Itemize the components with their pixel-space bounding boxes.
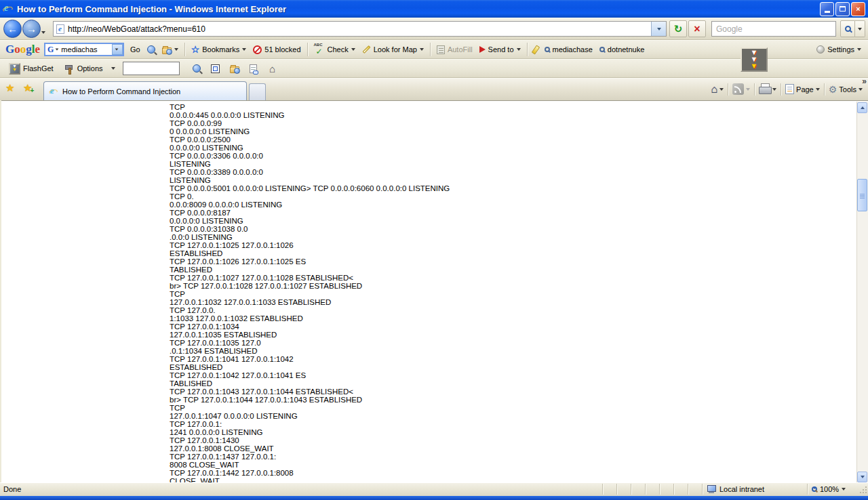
search-icon bbox=[845, 26, 851, 32]
google-logo: Google bbox=[5, 43, 40, 56]
content-line: TCP 127.0.0.1:1035 127.0 bbox=[170, 339, 450, 347]
content-line: TCP 0.0.0.0:99 bbox=[170, 119, 450, 127]
content-line: TCP 0.0.0.0:3389 0.0.0.0:0 bbox=[170, 168, 450, 176]
tools-hammer-icon bbox=[64, 64, 75, 74]
content-line: 0 0.0.0.0:0 LISTENING bbox=[170, 127, 450, 136]
chevron-down-icon bbox=[858, 28, 862, 30]
scrollbar-thumb[interactable] bbox=[857, 179, 867, 211]
spellcheck-button[interactable]: ABC✓ Check bbox=[311, 42, 359, 57]
search-box[interactable] bbox=[711, 21, 836, 37]
search-site-button[interactable] bbox=[144, 43, 159, 56]
content-line: TCP 127.0.0.1:1026 127.0.0.1:1025 ES bbox=[170, 257, 450, 266]
go-button[interactable]: Go bbox=[127, 43, 144, 56]
close-button[interactable]: × bbox=[851, 2, 865, 16]
bookmarks-button[interactable]: ☆ Bookmarks bbox=[188, 42, 250, 57]
more-toolbar-chevron[interactable]: » bbox=[862, 77, 867, 86]
web-folder-icon bbox=[230, 66, 239, 73]
favorites-center-button[interactable]: ★ bbox=[5, 82, 14, 94]
home-icon: ⌂ bbox=[711, 83, 717, 96]
minimize-button[interactable] bbox=[820, 2, 834, 16]
settings-button[interactable]: Settings bbox=[816, 45, 863, 54]
settings-orb-icon bbox=[816, 45, 825, 54]
refresh-button[interactable]: ↻ bbox=[669, 20, 687, 37]
capture-target-icon bbox=[211, 64, 220, 73]
back-button[interactable]: ← bbox=[3, 20, 22, 38]
flashget-icon: ▼▼ bbox=[9, 63, 20, 75]
zoom-level: 100% bbox=[820, 485, 839, 493]
tools-menu-button[interactable]: ⚙Tools bbox=[826, 83, 865, 96]
content-line: br> TCP 127.0.0.1:1044 127.0.0.1:1043 ES… bbox=[170, 396, 450, 404]
combo-dropdown-button[interactable] bbox=[112, 44, 123, 55]
content-line: TCP 127.0.0.1:1027 127.0.0.1:1028 ESTABL… bbox=[170, 274, 450, 282]
recent-pages-dropdown[interactable] bbox=[41, 27, 45, 35]
new-tab-button[interactable] bbox=[249, 83, 266, 100]
add-favorite-button[interactable]: ★ bbox=[23, 82, 32, 94]
chevron-down-icon bbox=[816, 88, 820, 91]
dotnetnuke-search-button[interactable]: dotnetnuke bbox=[596, 43, 648, 56]
restore-icon bbox=[840, 6, 846, 12]
page-menu-button[interactable]: Page bbox=[783, 83, 823, 96]
search-images-button[interactable] bbox=[159, 43, 182, 56]
chevron-down-icon bbox=[242, 48, 246, 51]
minimize-icon bbox=[825, 11, 830, 13]
content-line: .0.0:0 LISTENING bbox=[170, 233, 450, 241]
options-button[interactable]: Options bbox=[61, 62, 119, 76]
status-cell bbox=[673, 484, 688, 495]
content-line: TCP bbox=[170, 404, 450, 412]
scroll-up-button[interactable] bbox=[857, 102, 867, 113]
flashget-dropzone[interactable]: ▼ ▼ ▼ bbox=[741, 47, 768, 72]
address-dropdown-button[interactable] bbox=[651, 22, 666, 36]
search-input[interactable] bbox=[712, 24, 835, 34]
search-go-button[interactable] bbox=[840, 20, 855, 37]
web-folder-button[interactable] bbox=[227, 62, 242, 75]
page-links-button[interactable] bbox=[246, 62, 261, 75]
search-word-icon bbox=[599, 47, 605, 52]
print-button[interactable] bbox=[756, 83, 779, 96]
vertical-scrollbar[interactable] bbox=[856, 102, 868, 482]
chevron-down-icon bbox=[842, 488, 846, 491]
search-options-dropdown[interactable] bbox=[855, 20, 865, 37]
content-line: ESTABLISHED bbox=[170, 249, 450, 257]
content-line: 0.0.0.0:0 LISTENING bbox=[170, 144, 450, 152]
home-button[interactable]: ⌂ bbox=[708, 82, 726, 97]
popup-blocker-button[interactable]: 51 blocked bbox=[250, 43, 304, 56]
status-cell bbox=[688, 484, 702, 495]
content-line: 1:1033 127.0.0.1:1032 ESTABLISHED bbox=[170, 314, 450, 322]
capture-button[interactable] bbox=[208, 62, 223, 75]
content-line: TCP 0.0.0.0:31038 0.0 bbox=[170, 225, 450, 233]
scroll-down-button[interactable] bbox=[857, 472, 867, 482]
content-line: 1241 0.0.0.0:0 LISTENING bbox=[170, 428, 450, 436]
tab-active[interactable]: e How to Perform Command Injection bbox=[43, 81, 247, 100]
forward-icon: → bbox=[26, 23, 37, 35]
content-line: TCP 127.0.0.1:1430 bbox=[170, 436, 450, 444]
google-search-combo[interactable]: G mediachas bbox=[44, 43, 124, 56]
restore-button[interactable] bbox=[835, 2, 850, 16]
flashget-button[interactable]: ▼▼ FlashGet bbox=[5, 61, 57, 77]
page-link-icon bbox=[250, 64, 257, 73]
autofill-button[interactable]: AutoFill bbox=[433, 43, 476, 56]
status-bar: Done Local intranet 100% bbox=[0, 482, 868, 496]
command-bar: ⌂ Page ⚙Tools bbox=[708, 81, 865, 98]
highlight-button[interactable] bbox=[530, 43, 541, 56]
toolbar-separator bbox=[728, 83, 728, 96]
mediachase-search-button[interactable]: mediachase bbox=[541, 43, 596, 56]
content-line: 0.0.0.0:0 LISTENING bbox=[170, 217, 450, 225]
flashget-search-input[interactable] bbox=[123, 62, 180, 75]
address-bar[interactable] bbox=[53, 21, 667, 37]
chevron-down-icon bbox=[517, 48, 521, 51]
feeds-button[interactable] bbox=[730, 82, 753, 96]
status-cell bbox=[616, 484, 631, 495]
chevron-down-icon bbox=[56, 48, 59, 50]
content-line: TCP 0.0.0.0:2500 bbox=[170, 136, 450, 144]
back-icon: ← bbox=[7, 23, 18, 35]
send-to-button[interactable]: Send to bbox=[476, 43, 524, 56]
homepage-button[interactable]: ⌂ bbox=[265, 62, 280, 75]
stop-button[interactable]: × bbox=[688, 20, 706, 37]
look-for-map-button[interactable]: Look for Map bbox=[359, 43, 427, 56]
resize-grip[interactable] bbox=[859, 484, 868, 495]
toolbar-separator bbox=[430, 43, 431, 56]
zoom-control[interactable]: 100% bbox=[807, 484, 859, 495]
web-search-button[interactable] bbox=[189, 62, 204, 75]
address-input[interactable] bbox=[68, 24, 651, 34]
forward-button[interactable]: → bbox=[22, 20, 41, 38]
